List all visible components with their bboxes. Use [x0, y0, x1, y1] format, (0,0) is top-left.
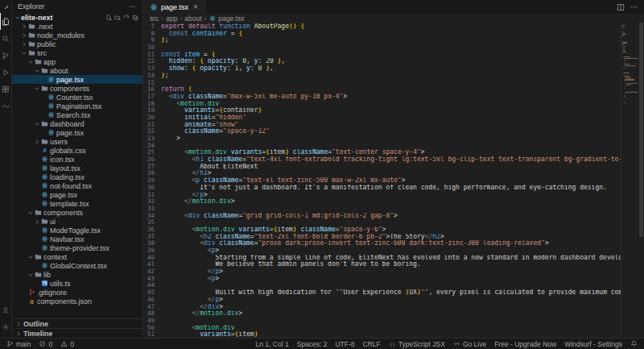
status-upgrade[interactable]: Free - Upgrade Now — [490, 339, 560, 349]
code-line-23[interactable]: 23 > — [143, 135, 621, 143]
code-line-44[interactable]: 44 — [143, 282, 621, 289]
activity-source-control-icon[interactable] — [0, 47, 12, 64]
vertical-scrollbar[interactable] — [638, 23, 644, 338]
tree-file-icon.tsx[interactable]: icon.tsx — [12, 155, 142, 164]
code-line-48[interactable]: 48 </motion.div> — [143, 310, 621, 318]
status-indentation[interactable]: Spaces: 2 — [293, 339, 332, 349]
code-line-27[interactable]: 27 About EliteNext — [143, 164, 621, 171]
tree-file-Navbar.tsx[interactable]: Navbar.tsx — [12, 235, 142, 243]
code-line-21[interactable]: 21 animate="show" — [143, 122, 621, 129]
tree-file-template.tsx[interactable]: template.tsx — [12, 199, 142, 208]
status-windsurf-settings[interactable]: Windsurf - Settings — [560, 339, 626, 349]
code-line-50[interactable]: 50 <motion.div — [143, 325, 621, 332]
code-line-29[interactable]: 29 <p className="text-xl text-zinc-500 m… — [143, 177, 621, 185]
code-line-10[interactable]: 10 — [143, 44, 621, 52]
tree-folder-lib[interactable]: lib — [12, 270, 142, 279]
code-line-43[interactable]: 43 <p> — [143, 276, 621, 283]
code-line-18[interactable]: 18 <motion.div — [143, 101, 621, 108]
code-line-38[interactable]: 38 <div className="prose dark:prose-inve… — [143, 240, 621, 247]
new-folder-icon[interactable] — [114, 15, 121, 21]
tree-folder-dashboard[interactable]: dashboard — [12, 119, 142, 128]
code-line-30[interactable]: 30 It's not just a dashboard. It's a man… — [143, 185, 621, 192]
tree-folder-ui[interactable]: ui — [12, 217, 142, 226]
tree-file-not-found.tsx[interactable]: not-found.tsx — [12, 181, 142, 190]
tab-page-tsx[interactable]: page.tsx × — [143, 0, 205, 14]
refresh-icon[interactable] — [123, 15, 130, 21]
tree-file-.gitignore[interactable]: .gitignore — [12, 288, 142, 297]
tree-file-Search.tsx[interactable]: Search.tsx — [12, 110, 142, 119]
code-line-9[interactable]: 9}; — [143, 37, 621, 44]
tree-file-utils.ts[interactable]: TSutils.ts — [12, 279, 142, 288]
activity-extensions-icon[interactable] — [0, 81, 12, 98]
code-line-14[interactable]: 14}; — [143, 73, 621, 80]
tree-folder-components[interactable]: components — [12, 208, 142, 217]
code-line-11[interactable]: 11const item = { — [143, 52, 621, 59]
code-line-22[interactable]: 22 className="space-y-12" — [143, 128, 621, 135]
tree-folder-node_modules[interactable]: node_modules — [12, 31, 142, 39]
code-line-31[interactable]: 31 </p> — [143, 192, 621, 199]
code-line-28[interactable]: 28 </h1> — [143, 170, 621, 177]
tree-file-ModeToggle.tsx[interactable]: ModeToggle.tsx — [12, 226, 142, 235]
scrollbar-thumb[interactable] — [639, 23, 643, 237]
editor-more-actions-icon[interactable]: ⋯ — [630, 2, 638, 11]
code-line-51[interactable]: 51 variants={item} — [143, 331, 621, 338]
code-line-42[interactable]: 42 </p> — [143, 268, 621, 276]
code-editor[interactable]: 7export default function AboutPage() {8 … — [143, 23, 621, 338]
activity-cascade-icon[interactable] — [0, 98, 12, 114]
tree-folder-about[interactable]: about — [12, 66, 142, 75]
tree-file-page.tsx[interactable]: page.tsx — [12, 190, 142, 199]
tree-file-globals.css[interactable]: #globals.css — [12, 146, 142, 155]
tree-folder-public[interactable]: public — [12, 39, 142, 48]
code-line-17[interactable]: 17 <div className="max-w-5xl mx-auto py-… — [143, 93, 621, 101]
explorer-more-actions-icon[interactable]: ⋯ — [129, 2, 137, 10]
code-line-37[interactable]: 37 <h2 className="text-2xl font-bold bor… — [143, 234, 621, 241]
code-line-16[interactable]: 16return ( — [143, 86, 621, 93]
code-line-15[interactable]: 15 — [143, 80, 621, 87]
status-errors[interactable]: 0 — [35, 339, 56, 349]
code-line-49[interactable]: 49 — [143, 318, 621, 325]
status-go-live[interactable]: Go Live — [449, 339, 490, 349]
activity-run-and-debug-icon[interactable] — [0, 64, 12, 81]
tree-file-page.tsx[interactable]: page.tsx — [12, 75, 142, 84]
status-branch[interactable]: main — [2, 339, 35, 349]
tree-file-layout.tsx[interactable]: layout.tsx — [12, 164, 142, 172]
code-line-40[interactable]: 40 Starting from a simple line of code, … — [143, 255, 621, 262]
tree-file-theme-provider.tsx[interactable]: theme-provider.tsx — [12, 243, 142, 252]
code-line-7[interactable]: 7export default function AboutPage() { — [143, 23, 621, 31]
code-line-34[interactable]: 34 <div className="grid grid-cols-1 md:g… — [143, 213, 621, 220]
tree-root-elite-next[interactable]: elite-next — [12, 13, 142, 22]
tree-file-Pagination.tsx[interactable]: Pagination.tsx — [12, 102, 142, 110]
code-line-33[interactable]: 33 — [143, 206, 621, 213]
breadcrumb-app[interactable]: app — [166, 15, 177, 23]
timeline-section[interactable]: Timeline — [12, 328, 142, 338]
code-line-32[interactable]: 32 </motion.div> — [143, 198, 621, 206]
tree-file-Counter.tsx[interactable]: Counter.tsx — [12, 93, 142, 102]
code-line-26[interactable]: 26 <h1 className="text-4xl font-extrabol… — [143, 156, 621, 164]
tree-folder-app[interactable]: app — [12, 57, 142, 66]
code-line-13[interactable]: 13 show: { opacity: 1, y: 0 }, — [143, 65, 621, 73]
split-editor-icon[interactable] — [617, 3, 625, 11]
code-line-8[interactable]: 8 const container = { — [143, 31, 621, 38]
code-line-19[interactable]: 19 variants={container} — [143, 107, 621, 114]
code-line-20[interactable]: 20 initial="hidden" — [143, 114, 621, 122]
close-tab-icon[interactable]: × — [193, 3, 198, 11]
code-line-25[interactable]: 25 <motion.div variants={item} className… — [143, 149, 621, 156]
code-line-35[interactable]: 35 — [143, 219, 621, 226]
status-warnings[interactable]: 0 — [56, 339, 78, 349]
tree-folder-context[interactable]: context — [12, 252, 142, 261]
activity-search-icon[interactable] — [0, 30, 12, 47]
tree-file-components.json[interactable]: {}components.json — [12, 297, 142, 305]
tree-folder-src[interactable]: src — [12, 48, 142, 57]
code-line-24[interactable]: 24 — [143, 143, 621, 150]
code-line-45[interactable]: 45 Built with high dedication for ""User… — [143, 289, 621, 297]
code-line-36[interactable]: 36 <motion.div variants={item} className… — [143, 226, 621, 234]
breadcrumb-about[interactable]: about — [184, 15, 201, 23]
status-language-mode[interactable]: { }TypeScript JSX — [385, 339, 449, 349]
new-file-icon[interactable] — [105, 15, 112, 21]
minimap[interactable] — [621, 23, 638, 338]
tree-folder-.next[interactable]: .next — [12, 22, 142, 31]
tree-folder-components[interactable]: components — [12, 84, 142, 93]
breadcrumb-page.tsx[interactable]: page.tsx — [208, 15, 244, 23]
tree-file-page.tsx[interactable]: page.tsx — [12, 128, 142, 137]
collapse-all-icon[interactable] — [132, 15, 138, 21]
